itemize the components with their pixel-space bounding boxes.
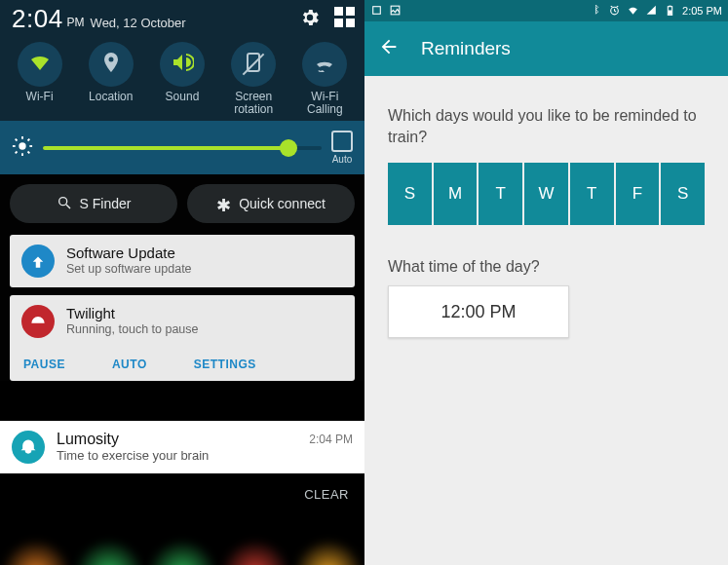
reminders-screen: 2:05 PM Reminders Which days would you l… — [364, 0, 728, 565]
day-thu[interactable]: T — [570, 163, 614, 225]
back-icon[interactable] — [378, 36, 400, 61]
search-icon — [57, 195, 72, 213]
day-mon[interactable]: M — [434, 163, 478, 225]
day-fri[interactable]: F — [616, 163, 660, 225]
brightness-row: Auto — [0, 121, 364, 174]
shade-chips: S Finder ✱ Quick connect — [0, 174, 364, 235]
qs-location[interactable]: Location — [79, 42, 143, 115]
clear-button[interactable]: CLEAR — [304, 487, 349, 502]
signal-icon — [645, 4, 658, 19]
clock-time: 2:04 — [12, 4, 63, 34]
app-bar: Reminders — [364, 21, 728, 76]
twilight-settings-button[interactable]: SETTINGS — [194, 358, 256, 371]
recent-apps-icon — [370, 4, 383, 19]
notif-title: Lumosity — [57, 431, 209, 448]
day-sun[interactable]: S — [388, 163, 432, 225]
gear-icon[interactable] — [299, 7, 321, 32]
notif-sub: Time to exercise your brain — [57, 448, 209, 463]
clock-date: Wed, 12 October — [91, 16, 186, 30]
sound-icon — [171, 51, 194, 78]
question-days: Which days would you like to be reminded… — [388, 105, 705, 147]
qs-rotation[interactable]: Screen rotation — [221, 42, 286, 115]
qs-rotation-label: Screen rotation — [234, 91, 273, 115]
brightness-auto-label: Auto — [332, 154, 353, 165]
day-wed[interactable]: W — [524, 163, 568, 225]
question-time: What time of the day? — [388, 258, 705, 276]
sfinder-chip[interactable]: S Finder — [10, 184, 177, 223]
reminders-content: Which days would you like to be reminded… — [364, 76, 728, 367]
clock: 2:04 PM — [12, 4, 85, 34]
svg-line-9 — [28, 138, 30, 140]
notif-sub: Set up software update — [66, 262, 343, 276]
day-picker: S M T W T F S — [388, 163, 705, 225]
notif-lumosity[interactable]: Lumosity Time to exercise your brain 2:0… — [0, 421, 364, 473]
shade-header: 2:04 PM Wed, 12 October — [0, 0, 364, 36]
sfinder-label: S Finder — [80, 196, 132, 211]
alarm-icon — [608, 4, 621, 19]
quick-settings-row: Wi-Fi Location Sound Screen rotation Wi-… — [0, 36, 364, 121]
clear-row: CLEAR — [0, 479, 364, 536]
notif-time: 2:04 PM — [309, 433, 353, 446]
time-value: 12:00 PM — [441, 302, 516, 322]
qs-wificalling[interactable]: Wi-Fi Calling — [292, 42, 357, 115]
status-bar: 2:05 PM — [364, 0, 728, 21]
notif-software-update[interactable]: Software Update Set up software update — [10, 235, 355, 287]
asterisk-icon: ✱ — [216, 195, 231, 216]
brightness-slider[interactable] — [43, 146, 322, 150]
lumosity-icon — [12, 431, 45, 464]
twilight-icon — [21, 305, 55, 338]
day-sat[interactable]: S — [661, 163, 705, 225]
grid-icon[interactable] — [334, 7, 355, 32]
wifi-icon — [627, 4, 639, 19]
download-icon — [21, 245, 55, 278]
svg-rect-16 — [669, 5, 671, 6]
notif-title: Twilight — [66, 305, 199, 321]
dock-glow — [0, 540, 364, 565]
clock-ampm: PM — [67, 16, 85, 29]
svg-line-8 — [16, 151, 18, 153]
image-icon — [389, 4, 402, 19]
battery-icon — [664, 4, 676, 19]
day-tue[interactable]: T — [479, 163, 522, 225]
svg-point-10 — [58, 197, 66, 205]
wificalling-icon — [313, 51, 336, 78]
bluetooth-icon — [590, 4, 602, 19]
quickconnect-label: Quick connect — [239, 196, 326, 211]
notification-shade: 2:04 PM Wed, 12 October Wi-Fi Location — [0, 0, 364, 565]
svg-line-7 — [28, 151, 30, 153]
svg-line-6 — [16, 138, 18, 140]
status-time: 2:05 PM — [682, 5, 722, 17]
svg-line-11 — [66, 205, 70, 208]
svg-rect-12 — [373, 6, 381, 14]
brightness-icon — [12, 135, 33, 161]
qs-wifi-label: Wi-Fi — [26, 91, 54, 103]
svg-rect-0 — [248, 54, 259, 71]
qs-wifi[interactable]: Wi-Fi — [8, 42, 72, 115]
twilight-auto-button[interactable]: AUTO — [112, 358, 147, 371]
brightness-auto-toggle[interactable]: Auto — [331, 131, 353, 165]
location-icon — [99, 51, 123, 78]
svg-rect-17 — [669, 10, 671, 14]
twilight-pause-button[interactable]: PAUSE — [23, 358, 65, 371]
wifi-icon — [28, 51, 52, 78]
rotation-icon — [242, 51, 265, 78]
quickconnect-chip[interactable]: ✱ Quick connect — [187, 184, 355, 223]
qs-wificalling-label: Wi-Fi Calling — [307, 91, 343, 115]
svg-point-1 — [19, 142, 25, 149]
qs-sound[interactable]: Sound — [150, 42, 214, 115]
appbar-title: Reminders — [421, 38, 511, 59]
notif-sub: Running, touch to pause — [66, 322, 199, 336]
qs-sound-label: Sound — [166, 91, 200, 103]
time-picker[interactable]: 12:00 PM — [388, 285, 569, 338]
notif-title: Software Update — [66, 245, 343, 261]
notif-twilight[interactable]: Twilight Running, touch to pause PAUSE A… — [10, 295, 355, 381]
notification-cards: Software Update Set up software update T… — [0, 235, 364, 381]
qs-location-label: Location — [89, 91, 133, 103]
